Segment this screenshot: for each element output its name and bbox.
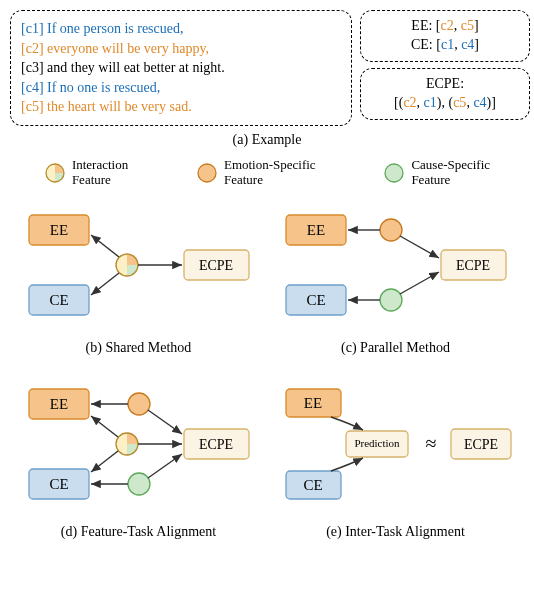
edge-ce-pred — [331, 458, 363, 471]
ecpe-label: ECPE — [463, 437, 497, 452]
svg-point-8 — [385, 164, 403, 182]
edge-c-ecpe — [400, 272, 439, 294]
diagram-e: EE CE Prediction ECPE ≈ (e) Inter-Task A… — [267, 374, 524, 550]
edge-i-ee — [91, 416, 118, 437]
diagram-d-caption: (d) Feature-Task Alignment — [10, 524, 267, 540]
emotion-node — [128, 393, 150, 415]
ecpe-box: ECPE: [(c2, c1), (c5, c4)] — [360, 68, 530, 120]
legend: InteractionFeature Emotion-SpecificFeatu… — [10, 158, 524, 188]
example-labels-column: EE: [c2, c5] CE: [c1, c4] ECPE: [(c2, c1… — [360, 10, 530, 126]
edge-e-ecpe — [148, 410, 182, 434]
ecpe-pairs: [(c2, c1), (c5, c4)] — [369, 94, 521, 113]
clause-3: [c3] and they will eat better at night. — [21, 58, 341, 78]
diagram-b-caption: (b) Shared Method — [10, 340, 267, 356]
interaction-node — [116, 254, 138, 276]
legend-emotion-label: Emotion-SpecificFeature — [224, 158, 316, 188]
clause-4: [c4] If no one is rescued, — [21, 78, 341, 98]
legend-interaction: InteractionFeature — [44, 158, 128, 188]
ecpe-label: ECPE — [198, 437, 232, 452]
example-clauses-box: [c1] If one person is rescued, [c2] ever… — [10, 10, 352, 126]
legend-cause-label: Cause-SpecificFeature — [411, 158, 490, 188]
edge-ee-pred — [331, 417, 363, 430]
edge-i-ee — [91, 235, 119, 257]
ee-line: EE: [c2, c5] — [369, 17, 521, 36]
prediction-label: Prediction — [354, 437, 400, 449]
cause-node — [380, 289, 402, 311]
emotion-feature-icon — [196, 162, 218, 184]
ce-label: CE — [303, 477, 322, 493]
diagram-d-svg: EE CE ECPE — [14, 374, 264, 514]
clause-1: [c1] If one person is rescued, — [21, 19, 341, 39]
approx-icon: ≈ — [425, 432, 436, 454]
ecpe-label: ECPE — [198, 258, 232, 273]
example-row: [c1] If one person is rescued, [c2] ever… — [10, 10, 524, 126]
edge-e-ecpe — [400, 236, 439, 258]
legend-interaction-label: InteractionFeature — [72, 158, 128, 188]
clause-5: [c5] the heart will be very sad. — [21, 97, 341, 117]
diagram-c-caption: (c) Parallel Method — [267, 340, 524, 356]
ecpe-label: ECPE: — [369, 75, 521, 94]
diagram-c-svg: EE CE ECPE — [271, 200, 521, 330]
example-caption: (a) Example — [10, 132, 524, 148]
ee-label: EE — [49, 222, 67, 238]
legend-emotion: Emotion-SpecificFeature — [196, 158, 316, 188]
diagram-e-svg: EE CE Prediction ECPE ≈ — [271, 374, 521, 514]
svg-point-7 — [198, 164, 216, 182]
diagram-b: EE CE ECPE (b) — [10, 200, 267, 366]
ce-label: CE — [49, 292, 68, 308]
ee-label: EE — [303, 395, 321, 411]
interaction-node — [116, 433, 138, 455]
ce-label: CE — [49, 476, 68, 492]
ecpe-label: ECPE — [455, 258, 489, 273]
ee-ce-box: EE: [c2, c5] CE: [c1, c4] — [360, 10, 530, 62]
diagram-d: EE CE ECPE — [10, 374, 267, 550]
cause-node — [128, 473, 150, 495]
edge-c-ecpe — [148, 454, 182, 478]
clause-2: [c2] everyone will be very happy, — [21, 39, 341, 59]
ee-label: EE — [306, 222, 324, 238]
legend-cause: Cause-SpecificFeature — [383, 158, 490, 188]
diagrams-grid: EE CE ECPE (b) — [10, 200, 524, 558]
emotion-node — [380, 219, 402, 241]
interaction-feature-icon — [44, 162, 66, 184]
ce-line: CE: [c1, c4] — [369, 36, 521, 55]
cause-feature-icon — [383, 162, 405, 184]
diagram-e-caption: (e) Inter-Task Alignment — [267, 524, 524, 540]
diagram-b-svg: EE CE ECPE — [14, 200, 264, 330]
ce-label: CE — [306, 292, 325, 308]
edge-i-ce — [91, 451, 118, 472]
ee-label: EE — [49, 396, 67, 412]
diagram-c: EE CE ECPE (c) Parallel Method — [267, 200, 524, 366]
edge-i-ce — [91, 273, 119, 295]
